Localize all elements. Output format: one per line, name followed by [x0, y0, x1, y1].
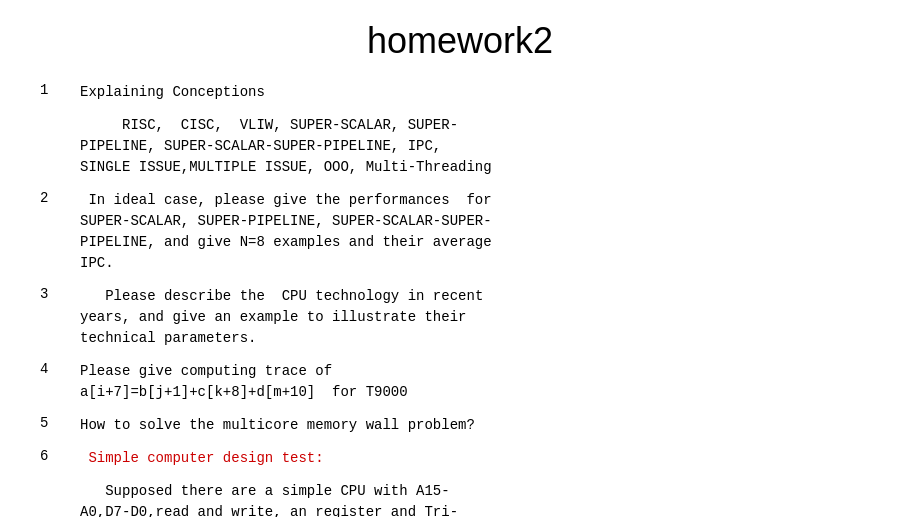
question-block-4: 4Please give computing trace of a[i+7]=b…	[40, 361, 880, 403]
question-number-2: 2	[40, 190, 80, 206]
question-block-1: 1Explaining Conceptions	[40, 82, 880, 103]
question-text-5: How to solve the multicore memory wall p…	[80, 415, 880, 436]
page-title: homework2	[40, 20, 880, 62]
question-sub-1: RISC, CISC, VLIW, SUPER-SCALAR, SUPER- P…	[80, 115, 880, 178]
question-block-5: 5How to solve the multicore memory wall …	[40, 415, 880, 436]
question-block-6: 6 Simple computer design test:	[40, 448, 880, 469]
question-text-1: Explaining Conceptions	[80, 82, 880, 103]
question-text-2: In ideal case, please give the performan…	[80, 190, 880, 274]
question-block-3: 3 Please describe the CPU technology in …	[40, 286, 880, 349]
question-block-2: 2 In ideal case, please give the perform…	[40, 190, 880, 274]
content-area: 1Explaining Conceptions RISC, CISC, VLIW…	[40, 82, 880, 517]
question-text-6: Simple computer design test:	[80, 448, 880, 469]
question-sub-6: Supposed there are a simple CPU with A15…	[80, 481, 880, 517]
question-number-6: 6	[40, 448, 80, 464]
question-number-4: 4	[40, 361, 80, 377]
question-text-4: Please give computing trace of a[i+7]=b[…	[80, 361, 880, 403]
question-number-1: 1	[40, 82, 80, 98]
question-number-5: 5	[40, 415, 80, 431]
question-number-3: 3	[40, 286, 80, 302]
question-text-3: Please describe the CPU technology in re…	[80, 286, 880, 349]
